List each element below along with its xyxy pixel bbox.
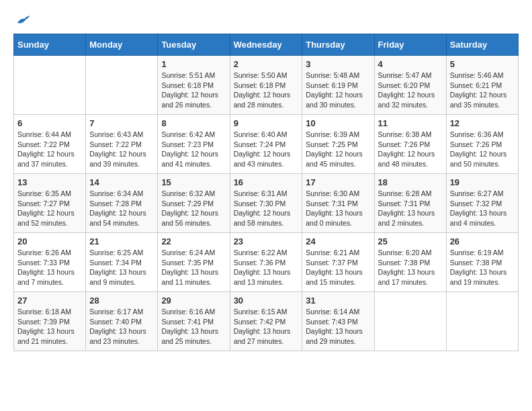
day-number: 9 [234,118,299,128]
calendar-cell [14,56,86,115]
day-info: Sunrise: 6:22 AM Sunset: 7:36 PM Dayligh… [234,248,299,287]
day-info: Sunrise: 6:16 AM Sunset: 7:41 PM Dayligh… [161,307,226,347]
day-number: 21 [89,236,154,246]
day-number: 31 [306,295,370,306]
day-number: 7 [89,118,154,128]
day-number: 10 [306,118,370,128]
day-info: Sunrise: 6:31 AM Sunset: 7:30 PM Dayligh… [234,189,299,228]
calendar-cell: 1Sunrise: 5:51 AM Sunset: 6:18 PM Daylig… [158,56,230,115]
day-number: 11 [378,118,443,128]
day-info: Sunrise: 5:51 AM Sunset: 6:18 PM Dayligh… [161,71,226,110]
calendar-cell: 9Sunrise: 6:40 AM Sunset: 7:24 PM Daylig… [230,115,302,174]
calendar-cell: 22Sunrise: 6:24 AM Sunset: 7:35 PM Dayli… [158,233,230,292]
day-number: 6 [17,118,82,128]
calendar-header-tuesday: Tuesday [158,34,230,56]
calendar-week-row: 6Sunrise: 6:44 AM Sunset: 7:22 PM Daylig… [14,115,519,174]
calendar-cell: 30Sunrise: 6:15 AM Sunset: 7:42 PM Dayli… [230,292,302,351]
calendar-cell [86,56,158,115]
day-number: 5 [450,59,515,69]
day-number: 13 [17,177,82,187]
calendar-cell: 29Sunrise: 6:16 AM Sunset: 7:41 PM Dayli… [158,292,230,351]
day-number: 15 [161,177,226,187]
day-info: Sunrise: 6:30 AM Sunset: 7:31 PM Dayligh… [306,189,370,228]
day-number: 25 [378,236,443,246]
logo-bird-icon [15,13,31,27]
day-number: 19 [450,177,515,187]
calendar-cell: 24Sunrise: 6:21 AM Sunset: 7:37 PM Dayli… [302,233,374,292]
day-info: Sunrise: 6:21 AM Sunset: 7:37 PM Dayligh… [306,248,370,287]
calendar-cell: 13Sunrise: 6:35 AM Sunset: 7:27 PM Dayli… [14,174,86,233]
day-info: Sunrise: 6:36 AM Sunset: 7:26 PM Dayligh… [450,130,515,169]
day-number: 14 [89,177,154,187]
calendar-header-wednesday: Wednesday [230,34,302,56]
day-number: 28 [89,295,154,306]
calendar-cell [446,292,518,351]
day-number: 8 [161,118,226,128]
calendar-cell: 21Sunrise: 6:25 AM Sunset: 7:34 PM Dayli… [86,233,158,292]
day-info: Sunrise: 6:35 AM Sunset: 7:27 PM Dayligh… [17,189,82,228]
calendar-cell: 7Sunrise: 6:43 AM Sunset: 7:22 PM Daylig… [86,115,158,174]
day-info: Sunrise: 5:47 AM Sunset: 6:20 PM Dayligh… [378,71,443,110]
day-info: Sunrise: 6:19 AM Sunset: 7:38 PM Dayligh… [450,248,515,287]
calendar-cell: 27Sunrise: 6:18 AM Sunset: 7:39 PM Dayli… [14,292,86,351]
calendar-cell: 20Sunrise: 6:26 AM Sunset: 7:33 PM Dayli… [14,233,86,292]
calendar-cell: 12Sunrise: 6:36 AM Sunset: 7:26 PM Dayli… [446,115,518,174]
day-info: Sunrise: 6:39 AM Sunset: 7:25 PM Dayligh… [306,130,370,169]
day-info: Sunrise: 6:32 AM Sunset: 7:29 PM Dayligh… [161,189,226,228]
day-info: Sunrise: 6:42 AM Sunset: 7:23 PM Dayligh… [161,130,226,169]
day-info: Sunrise: 5:46 AM Sunset: 6:21 PM Dayligh… [450,71,515,110]
day-number: 12 [450,118,515,128]
calendar-cell: 14Sunrise: 6:34 AM Sunset: 7:28 PM Dayli… [86,174,158,233]
calendar-cell: 11Sunrise: 6:38 AM Sunset: 7:26 PM Dayli… [374,115,446,174]
calendar-cell: 16Sunrise: 6:31 AM Sunset: 7:30 PM Dayli… [230,174,302,233]
calendar-cell: 18Sunrise: 6:28 AM Sunset: 7:31 PM Dayli… [374,174,446,233]
calendar-cell: 8Sunrise: 6:42 AM Sunset: 7:23 PM Daylig… [158,115,230,174]
calendar-cell: 6Sunrise: 6:44 AM Sunset: 7:22 PM Daylig… [14,115,86,174]
calendar-week-row: 20Sunrise: 6:26 AM Sunset: 7:33 PM Dayli… [14,233,519,292]
calendar-week-row: 1Sunrise: 5:51 AM Sunset: 6:18 PM Daylig… [14,56,519,115]
day-info: Sunrise: 6:28 AM Sunset: 7:31 PM Dayligh… [378,189,443,228]
day-number: 24 [306,236,370,246]
calendar-cell: 19Sunrise: 6:27 AM Sunset: 7:32 PM Dayli… [446,174,518,233]
day-info: Sunrise: 6:14 AM Sunset: 7:43 PM Dayligh… [306,307,370,347]
day-number: 29 [161,295,226,306]
day-number: 17 [306,177,370,187]
day-info: Sunrise: 6:20 AM Sunset: 7:38 PM Dayligh… [378,248,443,287]
day-info: Sunrise: 5:48 AM Sunset: 6:19 PM Dayligh… [306,71,370,110]
day-number: 4 [378,59,443,69]
day-number: 30 [234,295,299,306]
day-number: 22 [161,236,226,246]
page-header [13,13,519,27]
calendar-cell: 10Sunrise: 6:39 AM Sunset: 7:25 PM Dayli… [302,115,374,174]
day-info: Sunrise: 6:34 AM Sunset: 7:28 PM Dayligh… [89,189,154,228]
calendar-table: SundayMondayTuesdayWednesdayThursdayFrid… [13,34,519,351]
calendar-header-row: SundayMondayTuesdayWednesdayThursdayFrid… [14,34,519,56]
calendar-week-row: 27Sunrise: 6:18 AM Sunset: 7:39 PM Dayli… [14,292,519,351]
day-number: 2 [234,59,299,69]
day-number: 16 [234,177,299,187]
calendar-header-sunday: Sunday [14,34,86,56]
calendar-cell [374,292,446,351]
day-info: Sunrise: 6:43 AM Sunset: 7:22 PM Dayligh… [89,130,154,169]
calendar-cell: 23Sunrise: 6:22 AM Sunset: 7:36 PM Dayli… [230,233,302,292]
calendar-cell: 26Sunrise: 6:19 AM Sunset: 7:38 PM Dayli… [446,233,518,292]
calendar-week-row: 13Sunrise: 6:35 AM Sunset: 7:27 PM Dayli… [14,174,519,233]
day-info: Sunrise: 6:44 AM Sunset: 7:22 PM Dayligh… [17,130,82,169]
day-info: Sunrise: 6:26 AM Sunset: 7:33 PM Dayligh… [17,248,82,287]
day-info: Sunrise: 6:18 AM Sunset: 7:39 PM Dayligh… [17,307,82,347]
day-info: Sunrise: 6:27 AM Sunset: 7:32 PM Dayligh… [450,189,515,228]
day-info: Sunrise: 6:17 AM Sunset: 7:40 PM Dayligh… [89,307,154,347]
calendar-cell: 17Sunrise: 6:30 AM Sunset: 7:31 PM Dayli… [302,174,374,233]
calendar-header-friday: Friday [374,34,446,56]
day-info: Sunrise: 6:24 AM Sunset: 7:35 PM Dayligh… [161,248,226,287]
day-number: 1 [161,59,226,69]
calendar-cell: 25Sunrise: 6:20 AM Sunset: 7:38 PM Dayli… [374,233,446,292]
calendar-cell: 5Sunrise: 5:46 AM Sunset: 6:21 PM Daylig… [446,56,518,115]
calendar-header-saturday: Saturday [446,34,518,56]
calendar-cell: 28Sunrise: 6:17 AM Sunset: 7:40 PM Dayli… [86,292,158,351]
day-number: 20 [17,236,82,246]
calendar-cell: 31Sunrise: 6:14 AM Sunset: 7:43 PM Dayli… [302,292,374,351]
day-number: 3 [306,59,370,69]
calendar-cell: 4Sunrise: 5:47 AM Sunset: 6:20 PM Daylig… [374,56,446,115]
day-info: Sunrise: 6:15 AM Sunset: 7:42 PM Dayligh… [234,307,299,347]
